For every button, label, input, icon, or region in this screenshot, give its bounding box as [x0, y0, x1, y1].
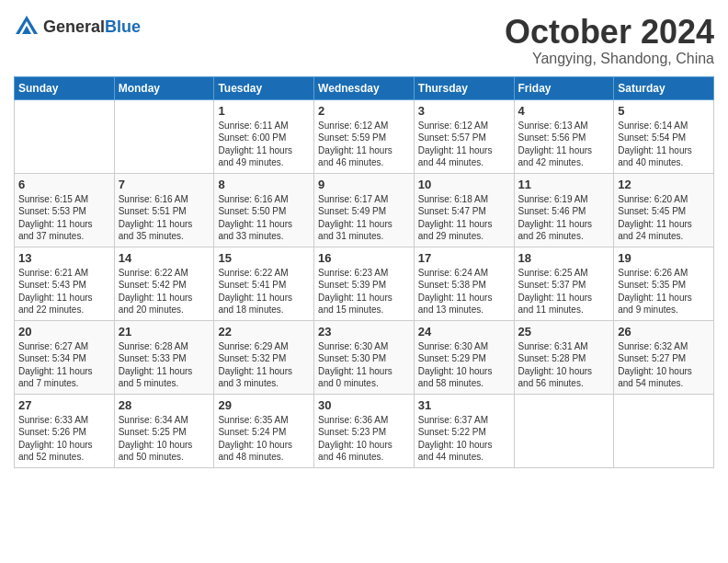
day-number: 7 — [119, 178, 210, 191]
calendar-cell: 28Sunrise: 6:34 AMSunset: 5:25 PMDayligh… — [114, 394, 214, 467]
cell-content: Sunrise: 6:22 AMSunset: 5:42 PMDaylight:… — [119, 267, 210, 316]
calendar-cell — [15, 99, 115, 173]
calendar-cell: 18Sunrise: 6:25 AMSunset: 5:37 PMDayligh… — [514, 247, 614, 320]
cell-content: Sunrise: 6:16 AMSunset: 5:51 PMDaylight:… — [119, 193, 210, 243]
cell-content: Sunrise: 6:15 AMSunset: 5:53 PMDaylight:… — [18, 193, 110, 243]
title-block: October 2024 Yangying, Shandong, China — [505, 14, 714, 67]
day-number: 27 — [18, 398, 110, 412]
calendar-cell: 27Sunrise: 6:33 AMSunset: 5:26 PMDayligh… — [15, 394, 115, 467]
cell-content: Sunrise: 6:16 AMSunset: 5:50 PMDaylight:… — [218, 193, 310, 243]
calendar-cell: 8Sunrise: 6:16 AMSunset: 5:50 PMDaylight… — [214, 173, 314, 247]
calendar-cell — [114, 99, 214, 173]
cell-content: Sunrise: 6:24 AMSunset: 5:38 PMDaylight:… — [418, 267, 510, 316]
calendar-cell: 3Sunrise: 6:12 AMSunset: 5:57 PMDaylight… — [414, 99, 514, 173]
day-number: 25 — [518, 325, 610, 339]
calendar-week-row: 1Sunrise: 6:11 AMSunset: 6:00 PMDaylight… — [15, 99, 714, 173]
cell-content: Sunrise: 6:27 AMSunset: 5:34 PMDaylight:… — [18, 340, 110, 390]
day-header-sunday: Sunday — [15, 76, 115, 99]
calendar-week-row: 20Sunrise: 6:27 AMSunset: 5:34 PMDayligh… — [15, 320, 714, 394]
day-number: 11 — [518, 178, 610, 191]
calendar-cell: 25Sunrise: 6:31 AMSunset: 5:28 PMDayligh… — [514, 320, 614, 394]
day-number: 31 — [418, 398, 510, 412]
day-number: 15 — [218, 251, 310, 265]
day-number: 21 — [119, 325, 210, 339]
calendar-cell: 1Sunrise: 6:11 AMSunset: 6:00 PMDaylight… — [214, 99, 314, 173]
logo: GeneralBlue — [14, 14, 141, 40]
day-number: 28 — [119, 398, 210, 412]
calendar-cell: 12Sunrise: 6:20 AMSunset: 5:45 PMDayligh… — [614, 173, 714, 247]
calendar-cell: 31Sunrise: 6:37 AMSunset: 5:22 PMDayligh… — [414, 394, 514, 467]
calendar-cell — [514, 394, 614, 467]
calendar-cell: 29Sunrise: 6:35 AMSunset: 5:24 PMDayligh… — [214, 394, 314, 467]
calendar-cell: 16Sunrise: 6:23 AMSunset: 5:39 PMDayligh… — [314, 247, 415, 320]
day-number: 18 — [518, 251, 610, 265]
day-number: 3 — [418, 104, 510, 118]
day-number: 17 — [418, 251, 510, 265]
day-number: 4 — [518, 104, 610, 118]
calendar-cell: 7Sunrise: 6:16 AMSunset: 5:51 PMDaylight… — [114, 173, 214, 247]
logo-icon — [14, 14, 40, 40]
cell-content: Sunrise: 6:34 AMSunset: 5:25 PMDaylight:… — [119, 414, 210, 464]
cell-content: Sunrise: 6:35 AMSunset: 5:24 PMDaylight:… — [218, 414, 310, 464]
cell-content: Sunrise: 6:18 AMSunset: 5:47 PMDaylight:… — [418, 193, 510, 243]
day-number: 22 — [218, 325, 310, 339]
logo-text-general: General — [43, 17, 105, 36]
day-number: 9 — [318, 178, 410, 191]
cell-content: Sunrise: 6:22 AMSunset: 5:41 PMDaylight:… — [218, 267, 310, 316]
cell-content: Sunrise: 6:19 AMSunset: 5:46 PMDaylight:… — [518, 193, 610, 243]
calendar-cell: 19Sunrise: 6:26 AMSunset: 5:35 PMDayligh… — [614, 247, 714, 320]
calendar-cell: 23Sunrise: 6:30 AMSunset: 5:30 PMDayligh… — [314, 320, 415, 394]
calendar-cell: 13Sunrise: 6:21 AMSunset: 5:43 PMDayligh… — [15, 247, 115, 320]
cell-content: Sunrise: 6:12 AMSunset: 5:59 PMDaylight:… — [318, 120, 410, 169]
day-number: 29 — [218, 398, 310, 412]
cell-content: Sunrise: 6:11 AMSunset: 6:00 PMDaylight:… — [218, 120, 310, 169]
day-header-thursday: Thursday — [414, 76, 514, 99]
calendar-cell: 5Sunrise: 6:14 AMSunset: 5:54 PMDaylight… — [614, 99, 714, 173]
day-number: 24 — [418, 325, 510, 339]
cell-content: Sunrise: 6:14 AMSunset: 5:54 PMDaylight:… — [618, 120, 710, 169]
calendar-cell: 24Sunrise: 6:30 AMSunset: 5:29 PMDayligh… — [414, 320, 514, 394]
calendar-cell: 17Sunrise: 6:24 AMSunset: 5:38 PMDayligh… — [414, 247, 514, 320]
cell-content: Sunrise: 6:26 AMSunset: 5:35 PMDaylight:… — [618, 267, 710, 316]
calendar-cell: 6Sunrise: 6:15 AMSunset: 5:53 PMDaylight… — [15, 173, 115, 247]
day-number: 10 — [418, 178, 510, 191]
cell-content: Sunrise: 6:28 AMSunset: 5:33 PMDaylight:… — [119, 340, 210, 390]
calendar-cell: 30Sunrise: 6:36 AMSunset: 5:23 PMDayligh… — [314, 394, 415, 467]
day-number: 8 — [218, 178, 310, 191]
day-number: 5 — [618, 104, 710, 118]
calendar-cell: 10Sunrise: 6:18 AMSunset: 5:47 PMDayligh… — [414, 173, 514, 247]
cell-content: Sunrise: 6:30 AMSunset: 5:30 PMDaylight:… — [318, 340, 410, 390]
month-title: October 2024 — [505, 14, 714, 51]
day-header-wednesday: Wednesday — [314, 76, 415, 99]
calendar-cell: 2Sunrise: 6:12 AMSunset: 5:59 PMDaylight… — [314, 99, 415, 173]
day-number: 30 — [318, 398, 410, 412]
day-number: 19 — [618, 251, 710, 265]
day-header-tuesday: Tuesday — [214, 76, 314, 99]
calendar-cell: 11Sunrise: 6:19 AMSunset: 5:46 PMDayligh… — [514, 173, 614, 247]
cell-content: Sunrise: 6:17 AMSunset: 5:49 PMDaylight:… — [318, 193, 410, 243]
cell-content: Sunrise: 6:36 AMSunset: 5:23 PMDaylight:… — [318, 414, 410, 464]
calendar-cell: 4Sunrise: 6:13 AMSunset: 5:56 PMDaylight… — [514, 99, 614, 173]
location-title: Yangying, Shandong, China — [505, 51, 714, 67]
cell-content: Sunrise: 6:31 AMSunset: 5:28 PMDaylight:… — [518, 340, 610, 390]
cell-content: Sunrise: 6:25 AMSunset: 5:37 PMDaylight:… — [518, 267, 610, 316]
calendar-week-row: 27Sunrise: 6:33 AMSunset: 5:26 PMDayligh… — [15, 394, 714, 467]
logo-text-blue: Blue — [105, 17, 141, 36]
cell-content: Sunrise: 6:13 AMSunset: 5:56 PMDaylight:… — [518, 120, 610, 169]
cell-content: Sunrise: 6:20 AMSunset: 5:45 PMDaylight:… — [618, 193, 710, 243]
cell-content: Sunrise: 6:21 AMSunset: 5:43 PMDaylight:… — [18, 267, 110, 316]
cell-content: Sunrise: 6:23 AMSunset: 5:39 PMDaylight:… — [318, 267, 410, 316]
day-header-monday: Monday — [114, 76, 214, 99]
calendar-cell: 15Sunrise: 6:22 AMSunset: 5:41 PMDayligh… — [214, 247, 314, 320]
day-number: 14 — [119, 251, 210, 265]
cell-content: Sunrise: 6:29 AMSunset: 5:32 PMDaylight:… — [218, 340, 310, 390]
calendar-cell — [614, 394, 714, 467]
calendar-cell: 22Sunrise: 6:29 AMSunset: 5:32 PMDayligh… — [214, 320, 314, 394]
calendar-cell: 14Sunrise: 6:22 AMSunset: 5:42 PMDayligh… — [114, 247, 214, 320]
cell-content: Sunrise: 6:37 AMSunset: 5:22 PMDaylight:… — [418, 414, 510, 464]
cell-content: Sunrise: 6:32 AMSunset: 5:27 PMDaylight:… — [618, 340, 710, 390]
day-number: 13 — [18, 251, 110, 265]
day-number: 12 — [618, 178, 710, 191]
day-number: 2 — [318, 104, 410, 118]
cell-content: Sunrise: 6:33 AMSunset: 5:26 PMDaylight:… — [18, 414, 110, 464]
